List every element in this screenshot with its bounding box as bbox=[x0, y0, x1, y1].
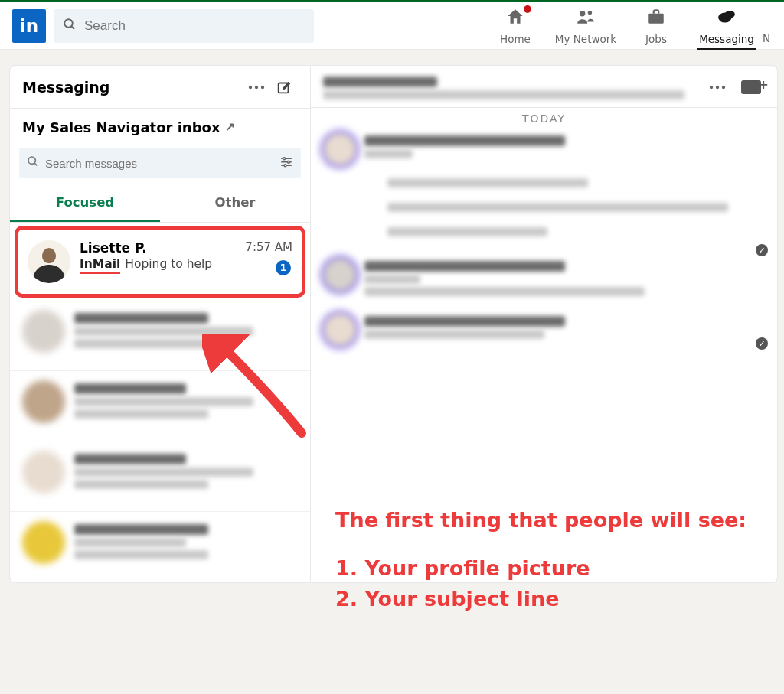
conversation-item[interactable] bbox=[10, 371, 310, 441]
nav-jobs-label: Jobs bbox=[645, 33, 667, 45]
conversation-time: 7:57 AM bbox=[245, 240, 292, 256]
svg-point-19 bbox=[710, 86, 713, 89]
nav-jobs[interactable]: Jobs bbox=[622, 2, 691, 50]
svg-line-1 bbox=[71, 26, 74, 29]
global-search[interactable] bbox=[54, 9, 314, 43]
annotation-line2: 2. Your subject line bbox=[335, 584, 746, 615]
messaging-sidebar: Messaging My Sales Navigator inbox ↗ Foc… bbox=[9, 65, 311, 583]
conversation-subject: Hoping to help bbox=[125, 257, 212, 271]
external-link-icon: ↗ bbox=[225, 120, 235, 135]
avatar bbox=[323, 258, 357, 292]
nav-messaging[interactable]: Messaging bbox=[692, 2, 761, 50]
avatar bbox=[22, 521, 65, 564]
filter-icon[interactable] bbox=[279, 155, 293, 171]
linkedin-logo[interactable]: in bbox=[12, 9, 46, 43]
tab-focused[interactable]: Focused bbox=[10, 184, 160, 222]
svg-point-2 bbox=[580, 10, 586, 16]
nav-messaging-label: Messaging bbox=[699, 33, 754, 45]
annotation-heading: The first thing that people will see: bbox=[335, 505, 746, 536]
conversation-item[interactable] bbox=[10, 512, 310, 582]
more-button[interactable] bbox=[243, 73, 270, 101]
more-button[interactable] bbox=[704, 73, 731, 101]
avatar bbox=[323, 313, 357, 347]
global-search-input[interactable] bbox=[84, 18, 305, 34]
avatar bbox=[22, 451, 65, 494]
video-call-button[interactable] bbox=[737, 73, 765, 101]
home-icon bbox=[505, 7, 525, 31]
svg-line-12 bbox=[34, 163, 37, 165]
conversation-item[interactable] bbox=[10, 441, 310, 512]
svg-point-21 bbox=[722, 86, 725, 89]
annotation-text: The first thing that people will see: 1.… bbox=[335, 505, 746, 615]
search-icon bbox=[27, 155, 39, 171]
annotation-line1: 1. Your profile picture bbox=[335, 553, 746, 585]
svg-point-6 bbox=[725, 10, 735, 18]
svg-point-20 bbox=[716, 86, 719, 89]
avatar bbox=[22, 310, 65, 353]
unread-badge: 1 bbox=[276, 260, 291, 275]
svg-point-18 bbox=[284, 165, 286, 167]
svg-point-11 bbox=[28, 157, 35, 164]
avatar bbox=[28, 240, 70, 283]
avatar bbox=[22, 380, 65, 423]
svg-point-8 bbox=[255, 85, 258, 88]
nav-home[interactable]: Home bbox=[481, 2, 550, 50]
search-icon bbox=[63, 18, 77, 34]
sales-navigator-link[interactable]: My Sales Navigator inbox ↗ bbox=[10, 109, 310, 143]
avatar bbox=[323, 132, 357, 166]
sales-navigator-label: My Sales Navigator inbox bbox=[22, 119, 220, 135]
conversation-item[interactable] bbox=[10, 301, 310, 371]
top-nav: in Home My Network Jobs bbox=[0, 2, 784, 50]
notification-badge bbox=[522, 4, 533, 15]
compose-button[interactable] bbox=[270, 73, 298, 101]
network-icon bbox=[576, 7, 596, 31]
svg-point-9 bbox=[261, 85, 264, 88]
messaging-title: Messaging bbox=[22, 79, 243, 96]
nav-network-label: My Network bbox=[555, 33, 616, 45]
read-receipt-icon: ✓ bbox=[756, 337, 768, 350]
svg-rect-4 bbox=[648, 13, 664, 23]
nav-cutoff: N bbox=[763, 2, 772, 50]
nav-network[interactable]: My Network bbox=[551, 2, 620, 50]
conversation-featured[interactable]: Lisette P. 7:57 AM InMailHoping to help … bbox=[15, 226, 305, 298]
svg-point-3 bbox=[588, 10, 592, 14]
date-divider: TODAY bbox=[311, 108, 777, 129]
search-messages-input[interactable] bbox=[45, 157, 279, 170]
inmail-tag: InMail bbox=[80, 257, 120, 274]
svg-point-0 bbox=[64, 19, 73, 28]
conversation-name: Lisette P. bbox=[80, 240, 147, 256]
search-messages[interactable] bbox=[19, 148, 301, 178]
svg-point-7 bbox=[249, 85, 252, 88]
svg-point-16 bbox=[283, 158, 286, 160]
nav-home-label: Home bbox=[500, 33, 531, 45]
tab-other[interactable]: Other bbox=[160, 184, 310, 222]
video-icon bbox=[741, 80, 761, 94]
messaging-icon bbox=[717, 7, 737, 31]
jobs-icon bbox=[646, 7, 666, 31]
conversation-list: Lisette P. 7:57 AM InMailHoping to help … bbox=[10, 226, 310, 582]
svg-point-17 bbox=[288, 161, 290, 163]
